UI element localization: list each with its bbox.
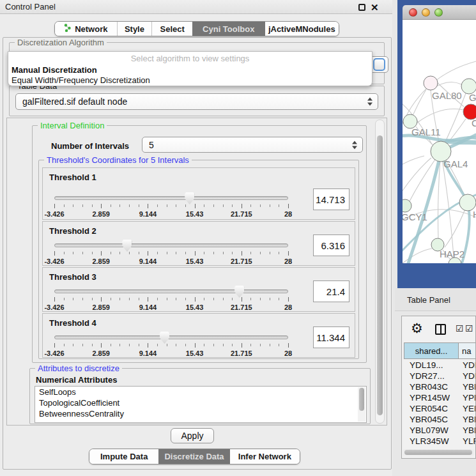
network-edge[interactable] [403,158,431,198]
apply-button[interactable]: Apply [171,428,214,443]
cell-name[interactable]: YDR2 [459,371,476,381]
network-edge[interactable] [403,249,432,263]
combo-value: 5 [149,140,154,150]
tab-select[interactable]: Select [151,22,192,36]
threshold-value-field[interactable]: 14.713 [313,188,349,210]
number-of-intervals-combobox[interactable]: 5 [142,137,363,153]
slider-tick-labels: -3.4262.8599.14415.4321.71528 [54,210,288,218]
tab-network[interactable]: Network [55,22,117,36]
zoom-traffic-light-icon[interactable] [434,8,443,17]
cell-shared-name[interactable]: YBL079W [404,425,459,436]
cell-shared-name[interactable]: YER054C [404,403,459,414]
column-header-name[interactable]: na [459,342,476,359]
attribute-list-item[interactable]: SelfLoops [35,387,366,397]
table-panel-title: Table Panel [407,295,450,305]
spinner-arrows-icon[interactable] [352,141,357,149]
tab-cyni-toolbox[interactable]: Cyni Toolbox [192,22,265,36]
cell-shared-name[interactable]: YDR27... [404,371,459,381]
cell-shared-name[interactable]: YPR145W [404,392,459,403]
scrollbar-thumb[interactable] [404,450,472,455]
scrollbar-thumb[interactable] [377,135,383,415]
network-node[interactable] [403,199,411,212]
cell-name[interactable]: YIL0 [459,447,476,448]
table-row[interactable]: YBR043CYBR0 [404,381,476,392]
cell-name[interactable]: YER0 [459,403,476,414]
split-columns-icon[interactable] [435,324,446,335]
cell-name[interactable]: YPR1 [459,392,476,403]
horizontal-scrollbar[interactable] [403,449,474,456]
group-title: Discretization Algorithm [15,38,107,47]
cell-shared-name[interactable]: YIL052C [404,447,459,448]
cell-shared-name[interactable]: YBR045C [404,414,459,425]
network-node-label: H [473,209,476,220]
cell-name[interactable]: YBR0 [459,381,476,392]
checkbox-icon[interactable]: ☑ [456,323,464,334]
threshold-slider[interactable]: -3.4262.8599.14415.4321.71528 [54,289,288,315]
cell-name[interactable]: YDL1 [459,360,476,371]
cell-shared-name[interactable]: YLR345W [404,436,459,447]
dropdown-option-equal-width-frequency[interactable]: Equal Width/Frequency Discretization [10,75,370,86]
minimize-traffic-light-icon[interactable] [422,8,430,17]
table-row[interactable]: YLR345WYLR3 [404,436,476,447]
column-header-shared-name[interactable]: shared... [404,342,459,359]
table-row[interactable]: YER054CYER0 [404,403,476,414]
table-data-combobox[interactable]: galFiltered.sif default node [15,93,378,110]
table-row[interactable]: YBR045CYBR0 [404,414,476,425]
table-row[interactable]: YDR27...YDR2 [404,371,476,381]
tab-label: Discretize Data [164,452,224,461]
network-node[interactable] [424,76,438,90]
slider-track[interactable] [54,289,288,293]
cell-shared-name[interactable]: YBR043C [404,381,459,392]
control-panel-window: Control Panel ✕ Network Style Select C [0,0,395,476]
threshold-slider[interactable]: -3.4262.8599.14415.4321.71528 [54,196,288,222]
cell-name[interactable]: YBL0 [459,425,476,436]
cell-name[interactable]: YLR3 [459,436,476,447]
close-icon[interactable]: ✕ [371,1,379,15]
table-row[interactable]: YDL19...YDL1 [404,360,476,371]
list-scrollbar[interactable] [358,387,365,422]
float-window-icon[interactable] [358,4,365,11]
network-edge[interactable] [403,156,424,167]
network-edge[interactable] [417,109,463,123]
slider-track[interactable] [54,335,288,339]
threshold-value-field[interactable]: 6.316 [313,234,349,256]
slider-ticks [54,296,288,302]
numerical-attributes-label: Numerical Attributes [36,375,117,385]
attribute-list-item[interactable]: TopologicalCoefficient [35,397,366,408]
checkbox-icon[interactable]: ☑ [465,323,473,334]
cell-shared-name[interactable]: YDL19... [404,360,459,371]
table-row[interactable]: YIL052CYIL0 [404,447,476,448]
gear-icon[interactable]: ⚙ [411,320,423,337]
table-row[interactable]: YBL079WYBL0 [404,425,476,436]
slider-track[interactable] [54,243,288,247]
slider-tick-labels: -3.4262.8599.14415.4321.71528 [54,349,288,357]
tab-infer-network[interactable]: Infer Network [230,449,300,464]
scrollbar-thumb[interactable] [359,388,364,411]
spinner-arrows-icon[interactable] [367,98,372,106]
tab-jactivemnodules[interactable]: jActiveMNodules [265,22,339,36]
threshold-label: Threshold 4 [49,318,96,328]
numerical-attributes-list[interactable]: SelfLoopsTopologicalCoefficientBetweenne… [35,386,367,423]
table-row[interactable]: YPR145WYPR1 [404,392,476,403]
cell-name[interactable]: YBR0 [459,414,476,425]
close-traffic-light-icon[interactable] [409,8,417,17]
tab-style[interactable]: Style [117,22,152,36]
combo-arrow-button[interactable] [373,58,385,71]
dropdown-option-manual-discretization[interactable]: Manual Discretization [10,65,370,75]
slider-track[interactable] [54,196,288,200]
tab-label: Infer Network [238,452,291,461]
threshold-label: Threshold 1 [49,173,96,182]
threshold-slider[interactable]: -3.4262.8599.14415.4321.71528 [54,335,288,361]
tab-discretize-data[interactable]: Discretize Data [158,449,229,464]
control-panel-titlebar: Control Panel ✕ [0,0,395,14]
threshold-value-field[interactable]: 21.4 [313,280,349,302]
network-canvas[interactable]: GAL80GACGAL11GAL4GCY1HHAP2 [403,20,476,263]
tab-label: Impute Data [100,452,148,461]
tab-impute-data[interactable]: Impute Data [89,449,158,464]
vertical-scrollbar[interactable] [375,119,385,424]
threshold-value-field[interactable]: 11.344 [313,326,349,348]
threshold-slider[interactable]: -3.4262.8599.14415.4321.71528 [54,243,288,269]
attribute-list-item[interactable]: BetweennessCentrality [35,408,366,419]
tab-label: Network [75,24,107,34]
table-rows: YDL19...YDL1YDR27...YDR2YBR043CYBR0YPR14… [404,360,476,448]
